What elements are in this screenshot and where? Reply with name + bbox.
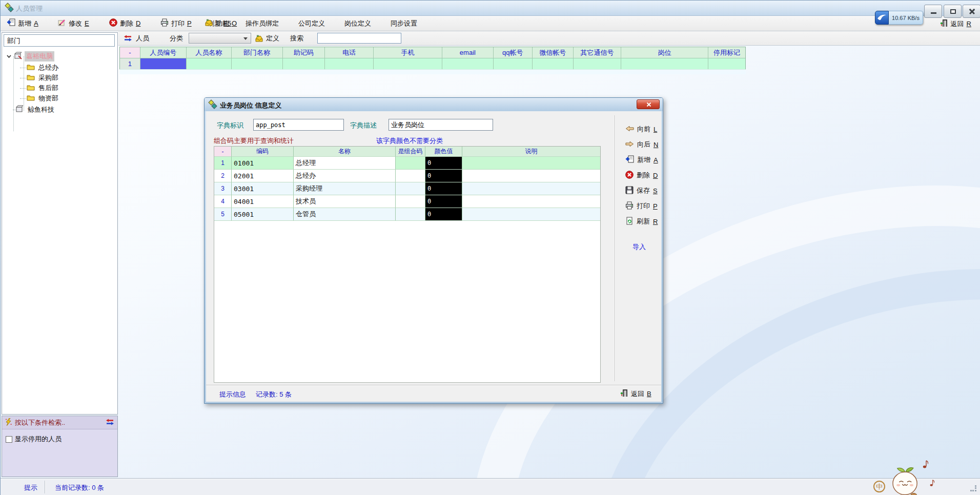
description-cell[interactable] (462, 170, 600, 182)
checkbox[interactable] (6, 436, 12, 443)
refresh-button[interactable]: 刷新R (625, 216, 658, 227)
combo-cell[interactable] (396, 182, 425, 195)
code-cell[interactable]: 03001 (232, 182, 294, 195)
next-button[interactable]: 向后N (625, 139, 658, 150)
dialog-close-button[interactable] (637, 99, 660, 109)
print-button[interactable]: 打印P (625, 200, 658, 212)
tree-node-company-2[interactable]: 鲸鱼科技 (15, 105, 56, 115)
code-cell[interactable]: 04001 (232, 195, 294, 208)
tree-node-dept-2[interactable]: 采购部 (27, 73, 60, 83)
return-button[interactable]: 返回R (940, 19, 971, 29)
grid-header-cell[interactable]: 部门名称 (232, 47, 283, 58)
grid-header-cell[interactable]: 人员编号 (140, 47, 187, 58)
swap-icon[interactable] (106, 419, 114, 427)
delete-button[interactable]: 删除D (625, 170, 658, 181)
description-cell[interactable] (462, 208, 600, 221)
grid-header-cell[interactable]: 微信帐号 (533, 47, 574, 58)
tree-node-label[interactable]: 嘉裕电脑 (25, 51, 54, 61)
search-input[interactable] (317, 33, 401, 44)
grid-cell[interactable] (283, 58, 325, 70)
table-header-cell[interactable]: 是组合码 (396, 147, 425, 157)
ime-indicator[interactable]: 中 (873, 481, 885, 492)
color-value-cell[interactable]: 0 (425, 170, 462, 182)
grid-cell[interactable] (187, 58, 232, 70)
grid-cell[interactable] (494, 58, 533, 70)
edit-button[interactable]: 修改E (56, 16, 91, 31)
table-header-cell[interactable]: 名称 (294, 147, 396, 157)
description-cell[interactable] (462, 195, 600, 208)
selected-cell[interactable] (140, 58, 187, 70)
grid-header-cell[interactable]: 人员名称 (187, 47, 232, 58)
table-header-cell[interactable]: 编码 (232, 147, 294, 157)
add-button[interactable]: 新增A (5, 16, 40, 31)
tree-node-dept-1[interactable]: 总经办 (27, 63, 60, 73)
code-cell[interactable]: 05001 (232, 208, 294, 221)
grid-cell[interactable] (533, 58, 574, 70)
tree-node-label[interactable]: 总经办 (37, 63, 60, 73)
restore-button[interactable] (944, 5, 962, 18)
grid-cell[interactable] (374, 58, 442, 70)
tree-node-label[interactable]: 鲸鱼科技 (26, 105, 56, 115)
tree-node-label[interactable]: 采购部 (37, 73, 60, 83)
name-cell[interactable]: 总经办 (294, 170, 396, 182)
grid-cell[interactable] (232, 58, 283, 70)
grid-cell[interactable] (708, 58, 745, 70)
swap-icon[interactable] (124, 35, 132, 43)
row-number-cell[interactable]: 1 (214, 157, 232, 170)
row-number-cell[interactable]: 2 (214, 170, 232, 182)
grid-header-cell[interactable]: email (442, 47, 494, 58)
menu-operator-binding[interactable]: 操作员绑定 (246, 19, 279, 28)
grid-header-cell[interactable]: 岗位 (621, 47, 708, 58)
minimize-button[interactable] (924, 5, 942, 18)
close-button[interactable] (963, 5, 980, 18)
grid-header-cell[interactable]: 手机 (374, 47, 442, 58)
combo-cell[interactable] (396, 208, 425, 221)
dict-id-input[interactable] (253, 119, 344, 131)
table-header-cell[interactable]: 颜色值 (425, 147, 462, 157)
name-cell[interactable]: 技术员 (294, 195, 396, 208)
menu-sync-settings[interactable]: 同步设置 (391, 19, 417, 28)
menu-company-definition[interactable]: 公司定义 (298, 19, 325, 28)
prev-button[interactable]: 向前L (625, 123, 657, 135)
color-value-cell[interactable]: 0 (425, 208, 462, 221)
tree-node-label[interactable]: 物资部 (37, 93, 60, 104)
print-button[interactable]: 打印P (158, 16, 194, 31)
grid-header-cell[interactable]: 电话 (325, 47, 374, 58)
tree-node-dept-4[interactable]: 物资部 (27, 93, 60, 104)
save-button[interactable]: 保存S (625, 185, 658, 196)
grid-cell[interactable] (621, 58, 708, 70)
resize-grip[interactable] (970, 485, 976, 491)
download-speed-widget[interactable]: 10.67 KB/s (875, 11, 923, 25)
tree-node-label[interactable]: 售后部 (37, 83, 60, 93)
add-button[interactable]: 新增A (625, 154, 658, 166)
code-cell[interactable]: 01001 (232, 157, 294, 170)
code-cell[interactable]: 02001 (232, 170, 294, 182)
combo-cell[interactable] (396, 170, 425, 182)
row-number-cell[interactable]: 1 (120, 58, 140, 70)
grid-header-cell[interactable]: 其它通信号 (574, 47, 622, 58)
grid-cell[interactable] (325, 58, 374, 70)
function-button[interactable]: 功能O (202, 16, 239, 31)
row-number-cell[interactable]: 3 (214, 182, 232, 195)
color-value-cell[interactable]: 0 (425, 182, 462, 195)
import-link[interactable]: 导入 (632, 242, 646, 252)
delete-button[interactable]: 删除D (107, 16, 142, 31)
define-label[interactable]: 定义 (266, 34, 279, 43)
color-value-cell[interactable]: 0 (425, 157, 462, 170)
tree-node-dept-3[interactable]: 售后部 (27, 83, 60, 93)
combo-cell[interactable] (396, 195, 425, 208)
table-header-cell[interactable]: 说明 (462, 147, 600, 157)
show-disabled-checkbox-row[interactable]: 显示停用的人员 (6, 435, 62, 444)
row-number-cell[interactable]: 5 (214, 208, 232, 221)
color-value-cell[interactable]: 0 (425, 195, 462, 208)
category-dropdown[interactable] (189, 33, 251, 44)
grid-header-cell[interactable]: - (120, 47, 140, 58)
grid-cell[interactable] (442, 58, 494, 70)
name-cell[interactable]: 仓管员 (294, 208, 396, 221)
grid-cell[interactable] (574, 58, 622, 70)
grid-header-cell[interactable]: 停用标记 (708, 47, 745, 58)
description-cell[interactable] (462, 182, 600, 195)
chevron-down-icon[interactable] (6, 53, 12, 60)
combo-cell[interactable] (396, 157, 425, 170)
dict-desc-input[interactable] (389, 119, 493, 131)
